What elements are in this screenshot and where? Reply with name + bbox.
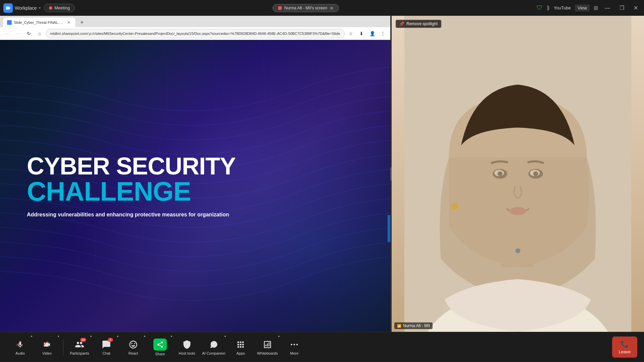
participants-chevron-icon[interactable]: ▲ — [90, 334, 92, 338]
svg-point-12 — [369, 147, 370, 148]
svg-point-7 — [320, 149, 321, 150]
react-chevron-icon[interactable]: ▲ — [143, 334, 146, 338]
new-tab-button[interactable]: + — [77, 18, 87, 27]
minimize-button[interactable]: — — [602, 4, 613, 12]
svg-point-24 — [291, 156, 292, 157]
host-tools-toolbar-item[interactable]: Host tools — [174, 334, 200, 361]
leave-button[interactable]: 📞 Leave — [612, 337, 637, 358]
zoom-logo — [3, 3, 13, 13]
meeting-tab-button[interactable]: Meeting — [44, 4, 75, 12]
tab-title: Slide_Cyber_Threat FINAL.p... — [14, 20, 64, 24]
participant-avatar — [392, 16, 644, 332]
more-toolbar-item[interactable]: More — [281, 334, 308, 361]
screen-share-dot — [278, 6, 282, 10]
participants-badge: 68 — [80, 338, 86, 342]
react-icon — [128, 339, 139, 350]
svg-point-25 — [301, 166, 302, 167]
svg-point-8 — [330, 142, 331, 143]
signal-strength-icon: 📶 — [397, 324, 401, 328]
chat-label: Chat — [102, 351, 110, 355]
youtube-label: YouTube — [554, 5, 571, 10]
pin-icon: 📌 — [399, 21, 404, 26]
maximize-button[interactable]: ❐ — [617, 3, 627, 12]
chat-toolbar-item[interactable]: 3 Chat ▲ — [93, 334, 120, 361]
svg-point-2 — [272, 134, 273, 135]
apps-toolbar-item[interactable]: Apps — [227, 334, 254, 361]
svg-point-28 — [330, 161, 331, 162]
dropdown-arrow-icon[interactable]: ▾ — [39, 6, 41, 10]
grid-icon[interactable]: ⊞ — [594, 5, 598, 11]
host-tools-icon — [182, 339, 192, 350]
extensions-button[interactable]: ⋮ — [378, 29, 388, 38]
more-label: More — [290, 351, 298, 355]
svg-point-34 — [389, 168, 390, 169]
video-background — [392, 16, 644, 332]
react-toolbar-item[interactable]: React ▲ — [120, 334, 147, 361]
whiteboards-chevron-icon[interactable]: ▲ — [278, 334, 280, 338]
bottom-toolbar: Audio ▲ Video ▲ 68 Participants ▲ — [0, 332, 644, 362]
reload-button[interactable]: ↻ — [24, 29, 34, 38]
svg-point-3 — [282, 144, 283, 145]
video-icon — [42, 339, 52, 350]
tab-bar: Slide_Cyber_Threat FINAL.p... ✕ + — [0, 16, 390, 27]
svg-point-4 — [291, 137, 292, 138]
slide-subtext: Addressing vulnerabilities and enhancing… — [27, 212, 236, 218]
apps-label: Apps — [236, 351, 245, 355]
svg-point-10 — [350, 144, 351, 145]
active-browser-tab[interactable]: Slide_Cyber_Threat FINAL.p... ✕ — [3, 17, 76, 27]
react-label: React — [129, 351, 138, 355]
svg-point-9 — [340, 151, 341, 152]
svg-point-0 — [252, 137, 253, 138]
slide-heading2: CHALLENGE — [27, 178, 236, 205]
ai-companion-toolbar-item[interactable]: AI Companion ▲ — [200, 334, 227, 361]
tab-close-button[interactable]: ✕ — [66, 20, 71, 25]
forward-icon: ⟫ — [547, 5, 550, 11]
back-button[interactable]: ← — [3, 29, 12, 38]
audio-toolbar-item[interactable]: Audio ▲ — [7, 334, 34, 361]
address-bar-row: ← → ↻ ⌂ ☆ ⬇ 👤 ⋮ — [0, 27, 390, 40]
toolbar-separator-1 — [63, 339, 63, 356]
home-button[interactable]: ⌂ — [35, 29, 44, 38]
forward-button[interactable]: → — [13, 29, 23, 38]
svg-point-47 — [451, 203, 458, 209]
chat-chevron-icon[interactable]: ▲ — [116, 334, 119, 338]
spotlight-btn-label: Remove spotlight — [406, 21, 438, 26]
video-toolbar-item[interactable]: Video ▲ — [34, 334, 60, 361]
svg-point-30 — [350, 163, 351, 164]
svg-point-22 — [272, 154, 273, 155]
svg-point-27 — [320, 168, 321, 169]
profile-button[interactable]: 👤 — [367, 29, 377, 38]
participants-icon: 68 — [74, 339, 85, 350]
share-chevron-icon[interactable]: ▲ — [170, 334, 173, 338]
download-button[interactable]: ⬇ — [357, 29, 366, 38]
participants-label: Participants — [70, 351, 89, 355]
svg-point-29 — [340, 171, 341, 172]
close-button[interactable]: ✕ — [631, 3, 641, 12]
whiteboards-label: Whiteboards — [257, 351, 278, 355]
bookmark-button[interactable]: ☆ — [346, 29, 355, 38]
slide-content: CYBER SECURITY CHALLENGE Addressing vuln… — [0, 40, 390, 332]
share-toolbar-item[interactable]: Share ▲ — [147, 334, 174, 361]
participants-toolbar-item[interactable]: 68 Participants ▲ — [66, 334, 93, 361]
video-chevron-icon[interactable]: ▲ — [57, 334, 60, 338]
svg-point-31 — [359, 156, 360, 157]
audio-icon — [15, 339, 26, 350]
whiteboards-icon — [262, 339, 273, 350]
svg-point-21 — [262, 161, 263, 162]
right-panel: 📌 Remove spotlight — [392, 16, 644, 332]
whiteboards-toolbar-item[interactable]: Whiteboards ▲ — [254, 334, 281, 361]
address-bar-input[interactable] — [46, 29, 345, 38]
browser-chrome: Slide_Cyber_Threat FINAL.p... ✕ + ← → ↻ … — [0, 16, 390, 40]
audio-label: Audio — [15, 351, 25, 355]
svg-point-6 — [311, 139, 312, 140]
audio-chevron-icon[interactable]: ▲ — [30, 334, 33, 338]
chat-icon: 3 — [101, 339, 112, 350]
share-icon — [153, 339, 167, 351]
leave-label: Leave — [619, 349, 631, 354]
svg-point-5 — [301, 147, 302, 148]
ai-companion-chevron-icon[interactable]: ▲ — [224, 334, 227, 338]
remove-spotlight-button[interactable]: 📌 Remove spotlight — [396, 20, 441, 28]
view-button[interactable]: View — [575, 4, 590, 11]
meeting-status-dot — [49, 6, 52, 10]
screen-share-close-icon[interactable]: ⊗ — [330, 6, 333, 10]
